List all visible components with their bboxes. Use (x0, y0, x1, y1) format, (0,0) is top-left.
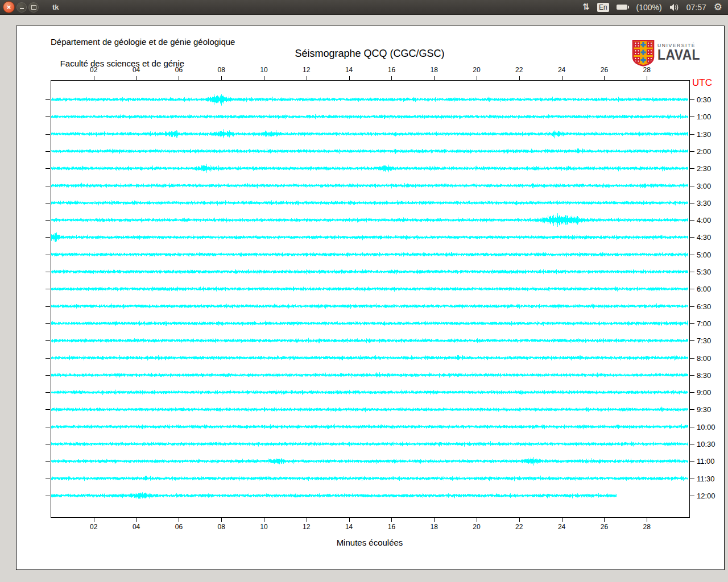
utc-time-label: 6:30 (697, 302, 711, 311)
trace-tick-left (46, 358, 50, 359)
trace-tick-left (46, 496, 50, 496)
x-axis-tick-bottom (391, 518, 392, 522)
utc-axis-title: UTC (692, 77, 712, 89)
trace-tick-right (690, 186, 694, 186)
x-axis-tick-label-top: 24 (551, 66, 573, 74)
x-axis-tick-label-bottom: 26 (593, 523, 615, 531)
trace-tick-right (690, 461, 694, 462)
x-axis-tick-bottom (477, 518, 477, 522)
trace-tick-right (690, 289, 694, 289)
trace-tick-right (690, 409, 694, 410)
x-axis-tick-top (434, 76, 435, 80)
x-axis-tick-bottom (434, 518, 435, 522)
x-axis-tick-bottom (221, 518, 222, 522)
x-axis-tick-label-top: 02 (82, 66, 105, 74)
utc-time-label: 1:00 (697, 113, 711, 121)
trace-tick-right (690, 427, 694, 427)
trace-tick-left (46, 306, 50, 307)
volume-icon[interactable] (669, 3, 679, 11)
trace-tick-right (690, 340, 694, 341)
utc-time-label: 7:30 (697, 336, 711, 345)
x-axis-tick-bottom (94, 518, 94, 522)
utc-time-label: 8:30 (697, 371, 711, 380)
trace-tick-left (46, 134, 50, 135)
x-axis-tick-label-bottom: 10 (253, 523, 275, 531)
utc-time-label: 9:30 (697, 405, 711, 414)
trace-tick-right (690, 220, 694, 221)
seismograph-window: Département de géologie et de génie géol… (16, 26, 725, 570)
x-axis-tick-top (307, 76, 307, 80)
utc-time-label: 7:00 (697, 319, 711, 328)
x-axis-tick-bottom (264, 518, 264, 522)
x-axis-tick-label-top: 28 (635, 66, 658, 74)
x-axis-tick-top (562, 76, 562, 80)
trace-tick-left (46, 237, 50, 238)
battery-nub (628, 6, 629, 9)
utc-time-label: 0:30 (697, 95, 711, 104)
clock[interactable]: 07:57 (686, 3, 706, 12)
window-close-button[interactable]: × (3, 1, 15, 13)
x-axis-tick-top (94, 76, 94, 80)
battery-icon[interactable] (617, 5, 629, 10)
x-axis-tick-label-bottom: 04 (125, 523, 148, 531)
utc-time-label: 3:00 (697, 182, 711, 190)
window-minimize-button[interactable] (16, 2, 27, 13)
x-axis-tick-label-top: 06 (167, 66, 190, 74)
utc-time-label: 3:30 (697, 199, 711, 207)
trace-tick-left (46, 444, 50, 444)
x-axis-tick-label-top: 14 (338, 66, 361, 74)
trace-tick-right (690, 375, 694, 376)
laval-shield-icon (632, 40, 655, 66)
x-axis-tick-label-top: 18 (423, 66, 445, 74)
system-tray: ⇅ En (100%) 07:57 ⚙ (582, 2, 728, 12)
battery-body (617, 5, 627, 10)
sync-arrows-icon[interactable]: ⇅ (582, 3, 590, 11)
x-axis-tick-top (519, 76, 520, 80)
x-axis-tick-top (349, 76, 350, 80)
trace-tick-right (690, 496, 694, 496)
x-axis-tick-label-top: 26 (593, 66, 615, 74)
trace-tick-left (46, 99, 50, 100)
seismograph-traces (51, 81, 688, 516)
utc-time-label: 5:30 (697, 268, 711, 276)
utc-time-label: 11:30 (697, 475, 715, 483)
trace-tick-right (690, 99, 694, 100)
trace-tick-left (46, 151, 50, 152)
keyboard-layout-indicator[interactable]: En (597, 3, 609, 12)
x-axis-tick-top (391, 76, 392, 80)
institution-line-1: Département de géologie et de génie géol… (51, 37, 235, 47)
x-axis-tick-top (179, 76, 179, 80)
x-axis-tick-label-top: 12 (295, 66, 318, 74)
x-axis-tick-top (221, 76, 222, 80)
trace-tick-left (46, 323, 50, 324)
x-axis-tick-label-top: 04 (125, 66, 148, 74)
x-axis-tick-label-bottom: 06 (167, 523, 190, 531)
x-axis-tick-label-top: 08 (210, 66, 233, 74)
trace-tick-right (690, 306, 694, 307)
trace-tick-right (690, 134, 694, 135)
trace-tick-left (46, 272, 50, 272)
utc-time-label: 9:00 (697, 388, 711, 397)
institution-line-2: Faculté des sciences et de génie (60, 59, 184, 68)
window-maximize-button[interactable] (28, 2, 39, 13)
trace-tick-left (46, 289, 50, 289)
trace-tick-right (690, 272, 694, 272)
session-gear-icon[interactable]: ⚙ (714, 2, 722, 12)
utc-time-label: 2:30 (697, 164, 711, 173)
x-axis-tick-label-bottom: 08 (210, 523, 233, 531)
x-axis-tick-label-bottom: 12 (295, 523, 318, 531)
trace-tick-left (46, 479, 50, 479)
trace-tick-left (46, 203, 50, 203)
utc-time-label: 5:00 (697, 251, 711, 259)
battery-percentage: (100%) (636, 3, 662, 12)
trace-tick-right (690, 168, 694, 169)
x-axis-tick-bottom (179, 518, 179, 522)
x-axis-tick-label-bottom: 02 (82, 523, 105, 531)
x-axis-tick-label-top: 20 (465, 66, 488, 74)
x-axis-tick-top (136, 76, 137, 80)
trace-tick-left (46, 375, 50, 376)
x-axis-tick-bottom (604, 518, 605, 522)
utc-time-label: 12:00 (697, 492, 715, 500)
x-axis-tick-top (647, 76, 647, 80)
x-axis-tick-label-bottom: 16 (380, 523, 403, 531)
